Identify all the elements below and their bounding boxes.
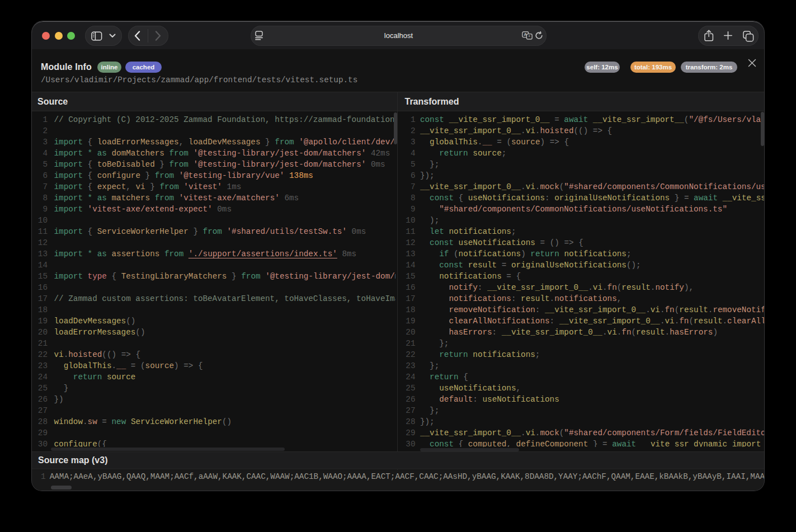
svg-text:*: * <box>529 34 530 39</box>
